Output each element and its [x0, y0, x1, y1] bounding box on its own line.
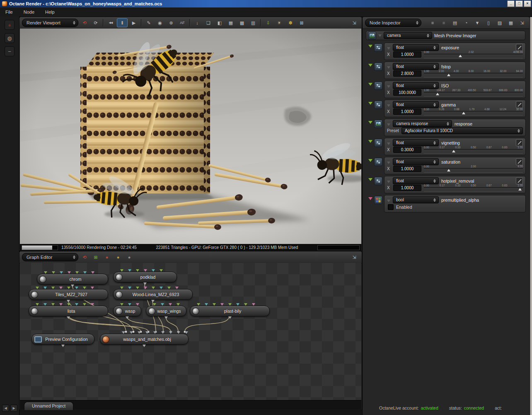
input-pin[interactable]	[144, 287, 147, 289]
input-pin[interactable]	[160, 287, 163, 289]
input-pin[interactable]	[169, 303, 172, 306]
input-pin[interactable]	[130, 331, 133, 334]
input-pin[interactable]	[252, 303, 255, 306]
output-pin[interactable]	[151, 300, 155, 302]
restart-render-icon[interactable]: ⟲	[80, 19, 89, 27]
slider-marker[interactable]	[436, 93, 439, 95]
slider-track[interactable]	[424, 168, 523, 172]
input-pin[interactable]	[36, 303, 39, 306]
slider-marker[interactable]	[447, 74, 450, 76]
graph-node-chrom[interactable]: chrom	[37, 274, 108, 285]
collapse-node-icon[interactable]	[387, 142, 390, 145]
param-type-dropdown[interactable]: bool	[393, 196, 439, 203]
param-value-field[interactable]: 2.8000	[393, 70, 421, 77]
expander-icon[interactable]	[368, 159, 372, 162]
param-type-dropdown[interactable]: camera response	[393, 120, 452, 127]
input-pin[interactable]	[160, 269, 163, 272]
param-value-field[interactable]: 1.0000	[393, 166, 421, 172]
enabled-checkbox[interactable]	[388, 204, 394, 210]
graph-editor-selector[interactable]: Graph Editor	[22, 253, 78, 261]
restart-render-icon[interactable]: ⟲	[80, 253, 89, 261]
tab-prev-button[interactable]: ◀	[2, 405, 9, 412]
input-pin[interactable]	[120, 287, 123, 289]
input-pin[interactable]	[67, 303, 70, 306]
param-value-field[interactable]: 0.3000	[393, 147, 421, 153]
image-icon[interactable]: ▨	[495, 19, 505, 27]
input-pin[interactable]	[120, 269, 123, 272]
titlebar[interactable]: Octane Render - c:\Octane\Wasps_on_honey…	[0, 0, 532, 7]
background-icon[interactable]: ▦	[226, 19, 236, 27]
expander-icon[interactable]	[368, 178, 372, 181]
input-pin[interactable]	[122, 331, 125, 334]
input-pin[interactable]	[169, 331, 172, 334]
output-pin[interactable]	[126, 316, 129, 319]
collapse-node-icon[interactable]	[387, 162, 390, 164]
input-pin[interactable]	[236, 303, 239, 306]
param-slider[interactable]: 1.002.004.008.0016.0032.0064.00	[424, 69, 523, 77]
region-render-icon[interactable]: ▥	[248, 19, 258, 27]
input-pin[interactable]	[44, 271, 47, 274]
input-pin[interactable]	[152, 287, 155, 289]
param-slider[interactable]: 0.002.004.00	[424, 164, 523, 172]
param-slider[interactable]: 0.000.170.330.500.670.831.00	[424, 145, 523, 153]
collapse-node-icon[interactable]	[387, 200, 390, 202]
collapse-node-icon[interactable]	[387, 66, 390, 69]
input-pin[interactable]	[177, 303, 180, 306]
input-pin[interactable]	[75, 287, 78, 289]
param-slider[interactable]: 0.000.170.330.500.670.831.00	[424, 183, 523, 191]
input-pin[interactable]	[228, 303, 232, 306]
slider-track[interactable]	[424, 54, 523, 58]
input-pin[interactable]	[128, 269, 131, 272]
preset-dropdown[interactable]: Agfacolor Futura II 100CD	[401, 127, 523, 134]
graph-node-plast-bily[interactable]: plast-bily	[190, 306, 270, 316]
input-pin[interactable]	[120, 303, 123, 306]
input-pin[interactable]	[128, 303, 131, 306]
alpha-checker-icon[interactable]: ▩	[237, 19, 247, 27]
project-tab[interactable]: Unnamed Project	[24, 402, 73, 410]
graph-node-wood[interactable]: Wood-Linea_MZ2_6923	[113, 289, 193, 300]
input-pin[interactable]	[75, 303, 78, 306]
param-slider[interactable]: 0.002.024096.00	[424, 50, 523, 58]
input-pin[interactable]	[152, 269, 155, 272]
input-pin[interactable]	[153, 303, 156, 306]
expander-icon[interactable]	[368, 197, 372, 200]
input-pin[interactable]	[68, 271, 71, 274]
input-pin[interactable]	[185, 331, 188, 334]
delete-node-icon[interactable]: ●	[124, 253, 134, 261]
input-pin[interactable]	[83, 303, 86, 306]
collapse-node-icon[interactable]	[387, 181, 390, 183]
pause-button[interactable]: ‖	[117, 18, 128, 27]
output-pin[interactable]	[67, 300, 70, 302]
input-pin[interactable]	[161, 303, 164, 306]
graph-node-wasp[interactable]: wasp	[113, 306, 141, 316]
input-pin[interactable]	[244, 303, 247, 306]
close-button[interactable]: ×	[524, 0, 531, 7]
input-pin[interactable]	[128, 287, 131, 289]
menu-file[interactable]: File	[0, 8, 18, 16]
input-pin[interactable]	[167, 287, 171, 289]
expand-panel-icon[interactable]: ⇲	[517, 19, 527, 27]
collapse-node-icon[interactable]	[387, 123, 390, 126]
save-image-icon[interactable]: ↓	[192, 19, 202, 27]
expander-icon[interactable]	[368, 140, 372, 143]
slider-marker[interactable]	[518, 188, 522, 191]
output-pin[interactable]	[143, 345, 146, 347]
sun-light-icon[interactable]: ☀	[274, 19, 284, 27]
input-pin[interactable]	[138, 331, 141, 334]
minimize-button[interactable]: _	[507, 0, 515, 7]
param-value-field[interactable]: 1.0000	[393, 51, 421, 58]
input-pin[interactable]	[91, 271, 94, 274]
input-pin[interactable]	[136, 303, 139, 306]
param-slider[interactable]: 0.100.260.681.794.6812.2432.00	[424, 107, 523, 115]
menu-help[interactable]: Help	[40, 8, 60, 16]
thumbnail-icon[interactable]: ▤	[450, 19, 460, 27]
output-pin[interactable]	[143, 282, 147, 285]
collapse-all-icon[interactable]: ≡	[428, 19, 438, 27]
expand-panel-icon[interactable]: ⇲	[349, 19, 359, 27]
collapse-node-icon[interactable]	[387, 85, 390, 88]
input-pin[interactable]	[161, 331, 164, 334]
slider-marker[interactable]	[459, 55, 462, 57]
input-pin[interactable]	[136, 269, 139, 272]
maximize-button[interactable]: □	[515, 0, 523, 7]
save-node-icon[interactable]: ▼	[472, 19, 482, 27]
